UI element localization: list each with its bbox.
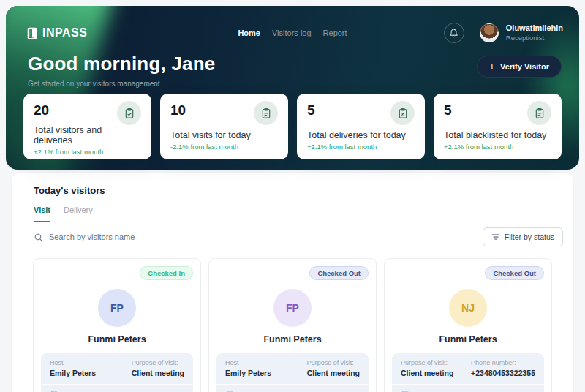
stat-card-total-deliveries: 5 Total deliveries for today +2.1% from … xyxy=(297,94,425,159)
visitor-avatar: FP xyxy=(98,289,136,327)
search-icon xyxy=(34,233,43,242)
status-badge: Checked Out xyxy=(309,266,369,280)
stat-delta: +2.1% from last month xyxy=(34,148,141,156)
stat-delta: -2.1% from last month xyxy=(170,143,278,151)
visitor-name: Funmi Peters xyxy=(216,334,369,344)
filter-button-label: Filter by status xyxy=(505,233,554,241)
visitor-avatar: NJ xyxy=(449,289,487,327)
field-label: Purpose of visit: xyxy=(132,359,184,366)
info-field: Host Emily Peters xyxy=(225,359,271,377)
visitor-card: Checked Out FP Funmi Peters Host Emily P… xyxy=(208,258,377,392)
user-meta: Oluwatimilehin Receptionist xyxy=(506,23,563,42)
status-badge: Checked Out xyxy=(485,266,544,280)
visitor-tabs: Visit Delivery xyxy=(12,206,573,222)
stats-row: 20 Total visitors and deliveries +2.1% f… xyxy=(23,94,562,159)
tab-delivery[interactable]: Delivery xyxy=(64,206,93,222)
info-field: Purpose of visit: Client meeting xyxy=(401,359,453,377)
brand-logo[interactable]: INPASS xyxy=(26,26,87,39)
greeting-subtitle: Get started on your visitors management xyxy=(28,80,215,88)
clipboard-x-icon xyxy=(390,101,415,125)
field-value: Emily Peters xyxy=(225,369,271,377)
field-label: Host xyxy=(225,359,271,366)
verify-visitor-button[interactable]: + Verify Visitor xyxy=(477,56,562,78)
hero-section: Good morning, Jane Get started on your v… xyxy=(28,53,215,88)
user-role: Receptionist xyxy=(506,34,563,42)
field-value: +23480453322355 xyxy=(471,369,535,377)
stat-delta: +2.1% from last month xyxy=(307,143,415,151)
nav-item-visitors-log[interactable]: Visitors log xyxy=(272,29,312,37)
stat-label: Total visits for today xyxy=(170,130,278,140)
stat-value: 10 xyxy=(170,102,186,118)
stat-card-total-blacklisted: 5 Total blacklisted for today +2.1% from… xyxy=(434,94,562,159)
visitor-name: Funmi Peters xyxy=(392,334,544,344)
search-input[interactable] xyxy=(49,233,483,241)
visitor-info-panel: Host Emily Peters Purpose of visit: Clie… xyxy=(41,353,193,392)
nav-right-group: Oluwatimilehin Receptionist xyxy=(444,23,563,43)
nav-links: Home Visitors log Report xyxy=(238,29,347,37)
clipboard-list-icon xyxy=(527,101,551,125)
stat-value: 5 xyxy=(307,102,315,118)
visitor-card: Checked Out NJ Funmi Peters Purpose of v… xyxy=(384,258,552,392)
stat-label: Total visitors and deliveries xyxy=(34,125,141,146)
stat-value: 5 xyxy=(444,102,452,118)
stat-value: 20 xyxy=(34,102,49,118)
visitor-avatar: FP xyxy=(273,289,312,327)
brand-name: INPASS xyxy=(42,26,87,39)
nav-item-home[interactable]: Home xyxy=(238,29,260,37)
visitor-cards-grid: Checked In FP Funmi Peters Host Emily Pe… xyxy=(33,258,552,392)
field-label: Purpose of visit: xyxy=(307,359,360,366)
field-label: Phone number: xyxy=(471,359,535,366)
stat-card-total-visits: 10 Total visits for today -2.1% from las… xyxy=(160,94,288,159)
section-title: Today's visitors xyxy=(12,173,573,196)
info-field: Purpose of visit: Client meeting xyxy=(307,359,360,377)
field-value: Emily Peters xyxy=(50,369,96,377)
door-icon xyxy=(26,27,39,39)
filter-by-status-button[interactable]: Filter by status xyxy=(483,227,563,246)
status-badge: Checked In xyxy=(140,266,193,280)
top-navbar: INPASS Home Visitors log Report Oluwatim… xyxy=(6,6,579,44)
clipboard-check-icon xyxy=(117,101,141,125)
notifications-button[interactable] xyxy=(444,23,464,43)
nav-item-report[interactable]: Report xyxy=(323,29,347,37)
field-value: Client meeting xyxy=(132,369,184,377)
search-filter-row: Filter by status xyxy=(12,222,573,252)
nav-divider xyxy=(472,25,472,41)
stat-delta: +2.1% from last month xyxy=(444,143,551,151)
field-label: Purpose of visit: xyxy=(401,359,453,366)
info-field: Purpose of visit: Client meeting xyxy=(132,359,184,377)
filter-icon xyxy=(491,233,500,241)
visitor-info-panel: Purpose of visit: Client meeting Phone n… xyxy=(392,353,544,392)
clipboard-list-icon xyxy=(254,101,278,125)
tab-visit[interactable]: Visit xyxy=(34,206,50,222)
stat-card-total-visitors: 20 Total visitors and deliveries +2.1% f… xyxy=(23,94,151,159)
stat-label: Total blacklisted for today xyxy=(444,130,551,140)
visitor-info-panel: Host Emily Peters Purpose of visit: Clie… xyxy=(216,353,369,392)
verify-visitor-label: Verify Visitor xyxy=(500,62,549,71)
stat-label: Total deliveries for today xyxy=(307,130,415,140)
visitor-card: Checked In FP Funmi Peters Host Emily Pe… xyxy=(33,258,201,392)
info-field: Phone number: +23480453322355 xyxy=(471,359,535,377)
field-label: Host xyxy=(50,359,96,366)
greeting-title: Good morning, Jane xyxy=(28,53,215,75)
user-name: Oluwatimilehin xyxy=(506,23,563,33)
today-visitors-panel: Today's visitors Visit Delivery Filter b… xyxy=(12,173,573,392)
info-field: Host Emily Peters xyxy=(50,359,96,377)
user-avatar[interactable] xyxy=(480,23,499,42)
visitor-name: Funmi Peters xyxy=(41,334,193,344)
plus-icon: + xyxy=(489,63,495,70)
field-value: Client meeting xyxy=(307,369,360,377)
bell-icon xyxy=(449,29,458,38)
field-value: Client meeting xyxy=(401,369,453,377)
